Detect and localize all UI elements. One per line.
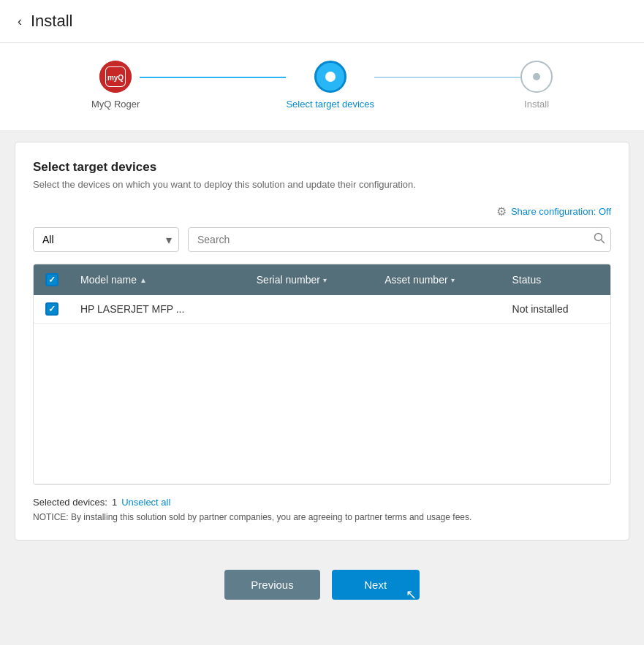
- card: Select target devices Select the devices…: [15, 142, 629, 541]
- step-myq-roger: myQ MyQ Roger: [91, 61, 140, 110]
- share-config-link[interactable]: Share configuration: Off: [511, 206, 611, 217]
- next-button[interactable]: Next ↖: [332, 570, 420, 600]
- devices-table-wrapper: Model name ▲ Serial number ▾: [33, 264, 611, 485]
- filter-dropdown-wrapper: All: [33, 227, 179, 252]
- step-select-target-label: Select target devices: [286, 99, 374, 110]
- row-checkbox-cell: [34, 295, 70, 324]
- selected-count: 1: [112, 497, 117, 508]
- table-body: HP LASERJET MFP ... Not installed: [34, 295, 610, 484]
- devices-table: Model name ▲ Serial number ▾: [34, 264, 610, 484]
- step-install-label: Install: [524, 99, 549, 110]
- step-line-2: [374, 77, 520, 78]
- gear-icon: ⚙: [496, 205, 507, 218]
- empty-space-row: [34, 324, 610, 484]
- card-footer: Selected devices: 1 Unselect all NOTICE:…: [33, 497, 611, 522]
- step-select-circle: [314, 61, 346, 93]
- cursor-icon: ↖: [406, 587, 417, 603]
- svg-text:myQ: myQ: [107, 74, 124, 82]
- row-status: Not installed: [502, 295, 610, 324]
- previous-button[interactable]: Previous: [224, 570, 319, 600]
- filter-dropdown[interactable]: All: [33, 227, 179, 252]
- myq-logo-icon: myQ: [99, 61, 132, 93]
- selected-devices-row: Selected devices: 1 Unselect all: [33, 497, 611, 508]
- card-subtitle: Select the devices on which you want to …: [33, 179, 611, 190]
- header-status: Status: [502, 264, 610, 295]
- search-input[interactable]: [188, 227, 611, 252]
- header-serial-number: Serial number ▾: [246, 264, 374, 295]
- card-title: Select target devices: [33, 160, 611, 175]
- table-header: Model name ▲ Serial number ▾: [34, 264, 610, 295]
- sort-asset-icon: ▾: [451, 276, 455, 284]
- svg-line-3: [602, 240, 605, 243]
- row-model-name: HP LASERJET MFP ...: [70, 295, 246, 324]
- step-install: Install: [520, 61, 553, 110]
- page-title: Install: [31, 12, 72, 31]
- row-asset-number: [374, 295, 501, 324]
- page-header: ‹ Install: [0, 0, 644, 43]
- search-wrapper: [188, 227, 611, 252]
- back-button[interactable]: ‹: [18, 14, 22, 29]
- header-checkbox-cell: [34, 264, 70, 295]
- step-line-1: [140, 77, 286, 78]
- share-config-row: ⚙ Share configuration: Off: [33, 205, 611, 218]
- search-button[interactable]: [594, 232, 605, 247]
- sort-serial-number[interactable]: Serial number ▾: [257, 274, 327, 286]
- step-select-target: Select target devices: [286, 61, 374, 110]
- sort-asset-number[interactable]: Asset number ▾: [384, 274, 454, 286]
- step-install-circle: [520, 61, 553, 93]
- unselect-all-link[interactable]: Unselect all: [121, 497, 170, 508]
- header-model-name: Model name ▲: [70, 264, 246, 295]
- step-myq-roger-label: MyQ Roger: [91, 99, 140, 110]
- filter-row: All: [33, 227, 611, 252]
- row-checkbox[interactable]: [45, 302, 58, 316]
- wizard-steps: myQ MyQ Roger Select target devices Inst…: [0, 43, 644, 130]
- row-serial-number: [246, 295, 374, 324]
- header-asset-number: Asset number ▾: [374, 264, 501, 295]
- notice-text: NOTICE: By installing this solution sold…: [33, 512, 611, 522]
- nav-buttons: Previous Next ↖: [0, 552, 644, 611]
- sort-serial-icon: ▾: [323, 276, 327, 284]
- table-row: HP LASERJET MFP ... Not installed: [34, 295, 610, 324]
- selected-label: Selected devices:: [33, 497, 107, 508]
- select-all-checkbox[interactable]: [45, 273, 58, 286]
- sort-model-icon: ▲: [140, 276, 147, 284]
- main-content: Select target devices Select the devices…: [0, 130, 644, 552]
- sort-model-name[interactable]: Model name ▲: [80, 274, 147, 286]
